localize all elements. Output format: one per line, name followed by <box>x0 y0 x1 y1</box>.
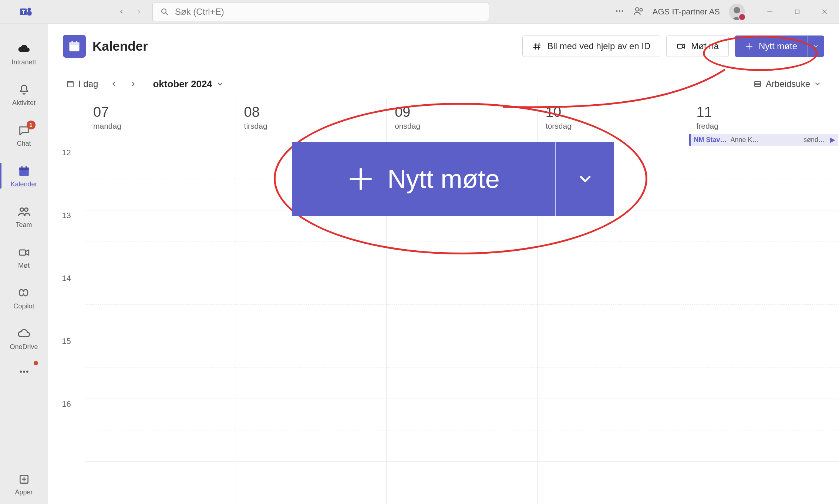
month-label: oktober 2024 <box>153 78 212 90</box>
search-icon <box>160 7 169 16</box>
next-period-button[interactable] <box>127 78 139 90</box>
sidebar-item-label: Chat <box>17 140 31 148</box>
video-icon <box>18 246 30 259</box>
new-meeting-dropdown-button[interactable] <box>807 35 824 57</box>
calendar-event[interactable]: NM Stav… Anne K… sønd… ▶ <box>689 134 838 146</box>
notification-dot-icon <box>34 361 38 365</box>
day-number: 10 <box>546 104 680 120</box>
window-close-button[interactable] <box>816 3 833 20</box>
copilot-icon <box>18 287 30 300</box>
new-meeting-button[interactable]: Nytt møte <box>735 35 807 57</box>
day-column[interactable]: 11 fredag NM Stav… Anne K… sønd… ▶ <box>688 99 839 504</box>
search-input[interactable] <box>175 7 481 17</box>
svg-point-7 <box>621 10 623 11</box>
day-header: 09 onsdag <box>387 99 537 147</box>
window-maximize-button[interactable] <box>789 3 806 20</box>
annotation-new-meeting-label: Nytt møte <box>387 164 499 194</box>
view-picker[interactable]: Arbeidsuke <box>750 77 824 91</box>
titlebar: T AGS IT-partner AS <box>0 0 839 24</box>
day-header: 07 mandag <box>85 99 236 147</box>
svg-rect-12 <box>19 168 29 170</box>
time-label: 12 <box>48 147 85 210</box>
day-name: torsdag <box>546 122 680 131</box>
sidebar-item-label: Apper <box>15 488 33 496</box>
sidebar-item-label: Aktivitet <box>12 99 36 107</box>
svg-point-4 <box>162 9 166 13</box>
annotation-new-meeting-zoom: Nytt møte <box>292 142 614 216</box>
more-icon[interactable] <box>615 6 624 17</box>
event-title: NM Stav… <box>694 136 727 144</box>
svg-point-8 <box>636 7 639 11</box>
more-horizontal-icon <box>18 366 30 377</box>
new-meeting-split-button: Nytt møte <box>735 35 824 57</box>
sidebar-item-more[interactable] <box>0 359 48 385</box>
svg-text:T: T <box>22 9 25 14</box>
window-minimize-button[interactable] <box>761 3 778 20</box>
plus-icon <box>745 42 754 51</box>
nav-back-button[interactable] <box>114 4 129 19</box>
video-icon <box>676 41 686 51</box>
today-button[interactable]: I dag <box>63 77 101 91</box>
day-header: 10 torsdag <box>538 99 688 147</box>
svg-rect-28 <box>755 81 761 87</box>
month-picker[interactable]: oktober 2024 <box>146 76 227 92</box>
time-label: 16 <box>48 399 85 461</box>
sidebar-item-apper[interactable]: Apper <box>0 463 48 504</box>
sidebar-item-label: Intranett <box>11 58 36 66</box>
day-column[interactable]: 07 mandag <box>85 99 236 504</box>
sidebar-item-team[interactable]: Team <box>0 196 48 237</box>
svg-point-18 <box>20 371 22 373</box>
sidebar-item-aktivitet[interactable]: Aktivitet <box>0 74 48 115</box>
join-by-id-label: Bli med ved hjelp av en ID <box>547 41 650 51</box>
sidebar-item-label: Kalender <box>10 180 37 188</box>
bell-icon <box>18 84 30 96</box>
day-header: 11 fredag NM Stav… Anne K… sønd… ▶ <box>688 99 839 147</box>
sidebar-item-copilot[interactable]: Copilot <box>0 277 48 318</box>
chevron-down-icon <box>812 43 819 50</box>
app-sidebar: Intranett Aktivitet 1 Chat Kalender Team <box>0 24 48 504</box>
sidebar-item-label: Team <box>16 221 32 229</box>
nav-forward-button[interactable] <box>132 4 146 19</box>
calendar-toolbar: I dag oktober 2024 Arbeidsuke <box>48 69 839 99</box>
sidebar-item-label: OneDrive <box>10 343 38 351</box>
sidebar-item-kalender[interactable]: Kalender <box>0 155 48 196</box>
plus-icon <box>347 166 374 192</box>
meet-now-button[interactable]: Møt nå <box>666 35 729 57</box>
apps-icon <box>18 473 30 485</box>
svg-point-15 <box>20 208 23 211</box>
svg-point-9 <box>640 9 642 11</box>
svg-point-20 <box>26 371 28 373</box>
event-time: sønd… <box>803 136 825 144</box>
svg-rect-14 <box>26 166 27 168</box>
day-name: fredag <box>696 122 831 131</box>
sidebar-item-intranett[interactable]: Intranett <box>0 33 48 74</box>
today-label: I dag <box>78 79 98 89</box>
svg-rect-25 <box>76 41 77 44</box>
sidebar-item-chat[interactable]: 1 Chat <box>0 115 48 155</box>
chat-badge: 1 <box>27 121 36 129</box>
searchbox[interactable] <box>152 3 489 21</box>
avatar[interactable] <box>729 4 745 20</box>
chevron-down-icon <box>216 80 224 88</box>
join-by-id-button[interactable]: Bli med ved hjelp av en ID <box>522 35 660 57</box>
day-number: 11 <box>696 104 831 120</box>
day-name: tirsdag <box>244 122 378 131</box>
svg-rect-24 <box>72 41 73 44</box>
new-meeting-label: Nytt møte <box>759 41 797 51</box>
calendar-app-icon <box>63 35 86 58</box>
svg-point-2 <box>28 7 31 11</box>
svg-rect-27 <box>67 81 73 87</box>
sidebar-item-label: Copilot <box>13 302 34 310</box>
people-icon[interactable] <box>633 6 644 18</box>
calendar-icon <box>18 165 30 177</box>
svg-point-19 <box>23 371 25 373</box>
sidebar-item-onedrive[interactable]: OneDrive <box>0 318 48 359</box>
time-label: 13 <box>48 210 85 273</box>
cloud-icon <box>17 43 31 56</box>
meet-now-label: Møt nå <box>691 41 719 51</box>
time-label: 15 <box>48 336 85 399</box>
page-title: Kalender <box>92 39 148 54</box>
sidebar-item-mot[interactable]: Møt <box>0 237 48 277</box>
chevron-down-icon <box>576 170 594 188</box>
prev-period-button[interactable] <box>108 78 120 90</box>
